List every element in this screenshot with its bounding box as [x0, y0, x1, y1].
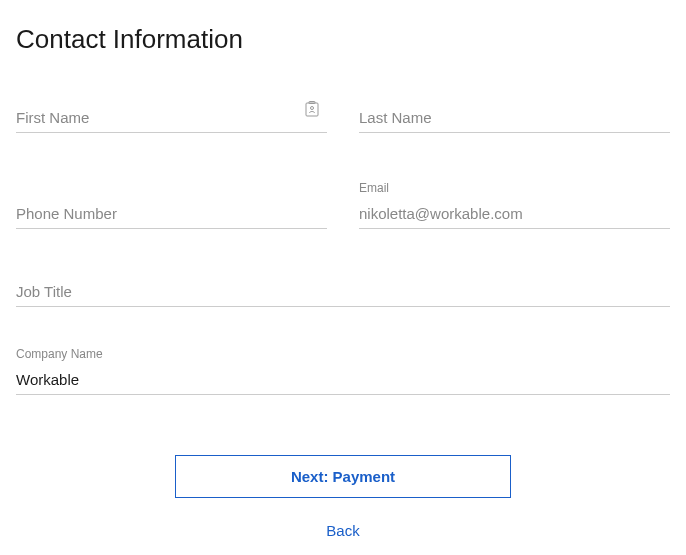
company-name-input[interactable]: [16, 365, 670, 395]
last-name-input[interactable]: [359, 103, 670, 133]
page-title: Contact Information: [16, 24, 670, 55]
company-name-field-wrapper: Company Name: [16, 347, 670, 395]
email-label: Email: [359, 181, 670, 195]
phone-input[interactable]: [16, 199, 327, 229]
back-button[interactable]: Back: [326, 522, 359, 539]
phone-field-wrapper: [16, 181, 327, 229]
email-input[interactable]: [359, 199, 670, 229]
contact-card-icon: [305, 101, 319, 117]
email-field-wrapper: Email: [359, 181, 670, 229]
job-title-field-wrapper: [16, 277, 670, 307]
company-name-label: Company Name: [16, 347, 670, 361]
job-title-input[interactable]: [16, 277, 670, 307]
first-name-input[interactable]: [16, 103, 327, 133]
next-payment-button[interactable]: Next: Payment: [175, 455, 511, 498]
first-name-field-wrapper: [16, 103, 327, 133]
last-name-field-wrapper: [359, 103, 670, 133]
svg-point-2: [311, 107, 314, 110]
